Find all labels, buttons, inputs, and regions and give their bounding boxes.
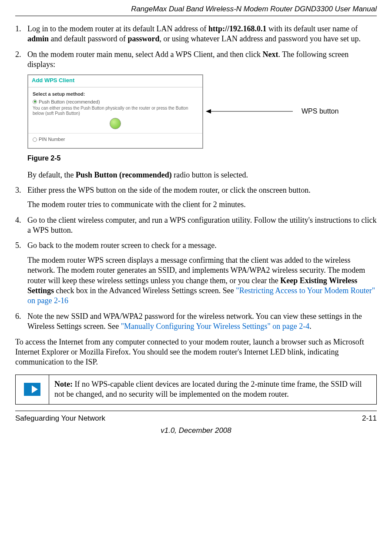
pin-number-radio[interactable]	[33, 137, 37, 142]
text: check box in the Advanced Wireless Setti…	[54, 286, 236, 295]
text: Either press the WPS button on the side …	[27, 185, 377, 195]
step-1: 1. Log in to the modem router at its def…	[15, 24, 377, 44]
step-number: 2.	[15, 50, 27, 60]
next-text: Next	[263, 50, 278, 59]
note-text: If no WPS-capable client devices are loc…	[54, 380, 362, 398]
step-number: 4.	[15, 215, 27, 225]
radio-label: Push Button (recommended)	[39, 99, 100, 105]
text: radio button is selected.	[172, 171, 248, 179]
step-number: 1.	[15, 24, 27, 34]
closing-paragraph: To access the Internet from any computer…	[15, 337, 377, 368]
step-number: 5.	[15, 241, 27, 251]
note-label: Note:	[54, 380, 73, 388]
callout-arrow-icon	[206, 107, 297, 116]
url-text: http://192.168.0.1	[208, 24, 267, 33]
step-number: 6.	[15, 311, 27, 321]
running-header: RangeMax Dual Band Wireless-N Modem Rout…	[15, 4, 377, 14]
step-5: 5. Go back to the modem router screen to…	[15, 241, 377, 306]
text: with its default user name of	[266, 24, 358, 33]
text: Log in to the modem router at its defaul…	[27, 24, 208, 33]
figure-caption: Figure 2-5	[27, 154, 377, 163]
footer-rule	[15, 411, 377, 411]
step-number: 3.	[15, 185, 27, 195]
password-text: password	[127, 34, 159, 43]
text: On the modem router main menu, select Ad…	[27, 50, 263, 59]
panel-title: Add WPS Client	[28, 75, 202, 87]
footer-version: v1.0, December 2008	[15, 426, 377, 435]
wps-soft-button[interactable]	[110, 118, 121, 129]
step-2: 2. On the modem router main menu, select…	[15, 50, 377, 180]
text: The modem router tries to communicate wi…	[27, 200, 377, 210]
panel-hint: You can either press the Push Button phy…	[33, 106, 198, 116]
text: .	[309, 322, 312, 331]
step-3: 3. Either press the WPS button on the si…	[15, 185, 377, 210]
svg-marker-1	[206, 109, 211, 114]
text: Go to the client wireless computer, and …	[27, 215, 377, 236]
push-button-bold: Push Button (recommended)	[76, 171, 172, 179]
admin-text: admin	[27, 34, 49, 43]
text: , or using whatever LAN address and pass…	[160, 34, 361, 43]
step-6: 6. Note the new SSID and WPA/WPA2 passwo…	[15, 311, 377, 332]
push-button-radio[interactable]	[33, 100, 37, 104]
page-number: 2-11	[362, 414, 377, 423]
header-rule	[15, 16, 377, 16]
panel-divider	[28, 133, 202, 134]
manual-config-link[interactable]: "Manually Configuring Your Wireless Sett…	[121, 322, 310, 331]
text: By default, the	[27, 171, 76, 179]
footer-section: Safeguarding Your Network	[15, 414, 105, 423]
radio-label: PIN Number	[39, 136, 65, 142]
note-box: Note: If no WPS-capable client devices a…	[15, 375, 377, 405]
text: and default password of	[49, 34, 127, 43]
step-4: 4. Go to the client wireless computer, a…	[15, 215, 377, 236]
figure-2-5: Add WPS Client Select a setup method: Pu…	[27, 74, 377, 149]
wps-client-panel: Add WPS Client Select a setup method: Pu…	[27, 74, 203, 149]
panel-subhead: Select a setup method:	[33, 91, 198, 97]
callout-label: WPS button	[302, 107, 338, 116]
text: Go back to the modem router screen to ch…	[27, 241, 377, 251]
note-arrow-icon	[24, 383, 40, 396]
